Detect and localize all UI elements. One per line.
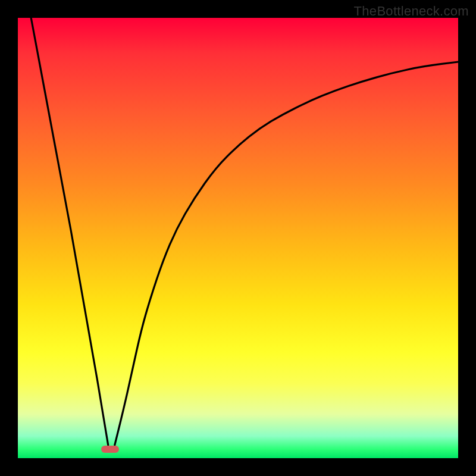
bottleneck-curve [18, 18, 458, 458]
watermark-text: TheBottleneck.com [354, 4, 469, 19]
curve-left-branch [31, 18, 108, 445]
minimum-marker [101, 446, 119, 453]
plot-area [18, 18, 458, 458]
chart-frame: TheBottleneck.com [0, 0, 476, 476]
curve-right-branch [115, 62, 458, 445]
